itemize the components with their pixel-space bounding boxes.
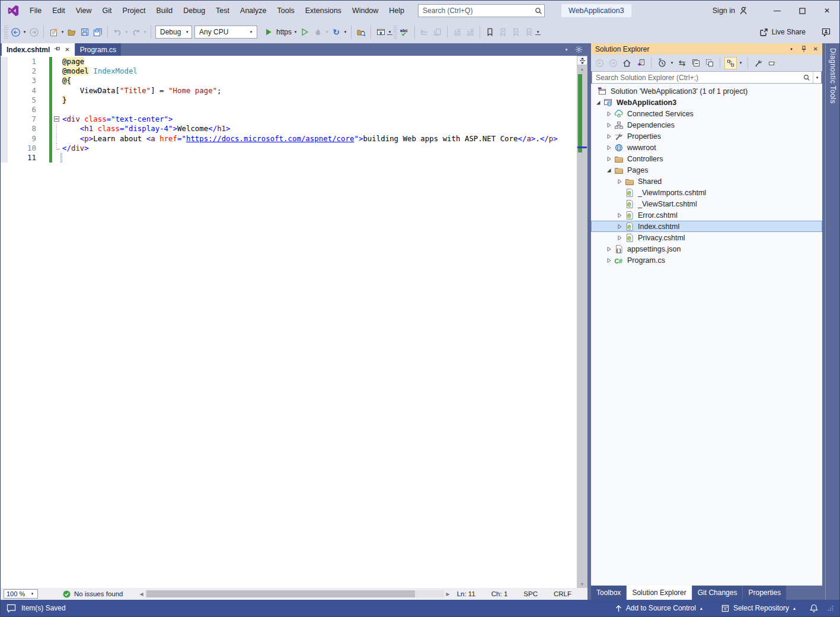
scroll-right-arrow[interactable]: ▶	[444, 591, 452, 597]
toolbar-drag-handle[interactable]	[4, 26, 8, 39]
breakpoint-margin[interactable]	[1, 57, 8, 66]
expander-open-icon[interactable]	[604, 167, 614, 173]
breakpoint-margin[interactable]	[1, 124, 8, 133]
active-files-dropdown[interactable]: ▾	[564, 47, 569, 52]
window-position-dropdown[interactable]: ▾	[789, 47, 794, 52]
navigate-back-button[interactable]	[9, 24, 22, 40]
close-panel-icon[interactable]: ✕	[813, 46, 818, 52]
show-all-files-icon[interactable]	[703, 57, 716, 69]
breakpoint-margin[interactable]	[1, 144, 8, 153]
toolbar-drag-handle[interactable]	[394, 26, 397, 39]
select-repository-button[interactable]: Select Repository ▴	[721, 604, 796, 612]
vertical-scrollbar[interactable]: ▲ ▼	[577, 56, 587, 588]
code-editor[interactable]: 1@page2@model IndexModel3@{4 ViewData["T…	[1, 56, 587, 588]
close-button[interactable]: ✕	[815, 1, 839, 21]
se-forward-icon[interactable]	[607, 57, 619, 69]
health-indicator[interactable]: No issues found	[63, 590, 123, 598]
tree-item-controllers[interactable]: Controllers	[591, 153, 822, 164]
find-in-files-button[interactable]	[354, 24, 368, 40]
code-text[interactable]	[60, 105, 577, 115]
code-text[interactable]: <p>Learn about <a href="https://docs.mic…	[60, 134, 577, 144]
editor-zoom-select[interactable]: 100 %▾	[4, 589, 38, 599]
hot-reload-dropdown[interactable]: ▾	[324, 30, 330, 34]
live-share-button[interactable]: Live Share	[772, 28, 806, 36]
solution-explorer-search[interactable]: ▾	[592, 71, 822, 84]
pin-tab-icon[interactable]	[54, 46, 60, 53]
horizontal-scroll-thumb[interactable]	[146, 590, 415, 597]
menu-file[interactable]: File	[24, 4, 47, 18]
properties-wrench-icon[interactable]	[752, 57, 765, 69]
diagnostic-tools-tab[interactable]: Diagnostic Tools	[829, 48, 837, 104]
tool-tab-solution-explorer[interactable]: Solution Explorer	[627, 586, 691, 600]
vertical-scroll-track[interactable]	[577, 73, 587, 580]
restart-dropdown[interactable]: ▾	[343, 30, 348, 34]
sign-in-button[interactable]: Sign in	[713, 7, 735, 15]
breakpoint-margin[interactable]	[1, 105, 8, 115]
menu-test[interactable]: Test	[210, 4, 235, 18]
expander-closed-icon[interactable]	[615, 224, 624, 230]
start-debug-button[interactable]	[262, 24, 275, 40]
menu-extensions[interactable]: Extensions	[300, 4, 347, 18]
breakpoint-margin[interactable]	[1, 96, 8, 105]
expander-closed-icon[interactable]	[604, 156, 614, 162]
code-line-4[interactable]: 4 ViewData["Title"] = "Home page";	[1, 86, 577, 96]
code-text[interactable]: @{	[60, 76, 577, 85]
navigate-forward-button[interactable]	[27, 24, 40, 40]
code-line-9[interactable]: 9 <p>Learn about <a href="https://docs.m…	[1, 134, 577, 144]
spell-check-button[interactable]: abc	[398, 24, 411, 40]
pin-icon[interactable]	[801, 46, 807, 52]
collapse-all-icon[interactable]	[689, 57, 702, 69]
tree-item-program-cs[interactable]: C#Program.cs	[591, 255, 822, 266]
toolbar-overflow[interactable]: ▾	[387, 30, 392, 35]
code-line-3[interactable]: 3@{	[1, 76, 577, 85]
feedback-bubble-icon[interactable]	[7, 604, 16, 613]
redo-dropdown[interactable]: ▾	[142, 30, 148, 34]
outlining-margin[interactable]	[52, 115, 60, 124]
tree-item-index-cshtml[interactable]: @Index.cshtml	[591, 221, 822, 232]
menu-debug[interactable]: Debug	[178, 4, 210, 18]
code-line-1[interactable]: 1@page	[1, 57, 577, 66]
menu-project[interactable]: Project	[117, 4, 151, 18]
expander-closed-icon[interactable]	[604, 145, 614, 151]
hot-reload-button[interactable]	[311, 24, 324, 40]
horizontal-scrollbar[interactable]: ◀ ▶	[137, 588, 452, 600]
redo-button[interactable]	[129, 24, 142, 40]
horizontal-scroll-track[interactable]	[145, 590, 443, 597]
feedback-icon[interactable]	[821, 27, 831, 37]
breakpoint-margin[interactable]	[1, 76, 8, 85]
undo-button[interactable]	[111, 24, 124, 40]
switch-views-icon[interactable]	[634, 57, 647, 69]
restart-button[interactable]: ↻	[330, 24, 343, 40]
global-search-box[interactable]	[418, 4, 545, 17]
decrease-indent-button[interactable]	[451, 24, 464, 40]
solution-configuration-select[interactable]: Debug▾	[155, 26, 192, 39]
close-tab-icon[interactable]: ✕	[65, 46, 69, 53]
menu-analyze[interactable]: Analyze	[235, 4, 272, 18]
next-bookmark-button[interactable]	[509, 24, 522, 40]
debug-profile-dropdown[interactable]: ▾	[293, 30, 298, 34]
add-to-source-control-button[interactable]: Add to Source Control ▴	[615, 604, 702, 612]
save-button[interactable]	[78, 24, 91, 40]
expander-closed-icon[interactable]	[615, 212, 624, 218]
tree-item-wwwroot[interactable]: wwwroot	[591, 142, 822, 153]
expander-closed-icon[interactable]	[604, 133, 614, 139]
solution-platform-select[interactable]: Any CPU▾	[194, 26, 257, 39]
expander-closed-icon[interactable]	[604, 122, 614, 128]
code-line-2[interactable]: 2@model IndexModel	[1, 66, 577, 76]
menu-git[interactable]: Git	[97, 4, 117, 18]
clear-bookmarks-button[interactable]	[522, 24, 535, 40]
tree-item-viewstart-cshtml[interactable]: @_ViewStart.cshtml	[591, 198, 822, 209]
menu-view[interactable]: View	[71, 4, 97, 18]
sync-selection-icon[interactable]: ⇆	[676, 57, 688, 69]
expander-closed-icon[interactable]	[615, 235, 624, 241]
code-text[interactable]: @model IndexModel	[60, 66, 577, 76]
expander-open-icon[interactable]	[593, 100, 603, 106]
minimize-button[interactable]: —	[765, 1, 790, 21]
code-text[interactable]: ViewData["Title"] = "Home page";	[60, 86, 577, 96]
tree-item-error-cshtml[interactable]: @Error.cshtml	[591, 209, 822, 221]
scroll-left-arrow[interactable]: ◀	[137, 591, 145, 597]
global-search-input[interactable]	[419, 7, 532, 15]
undo-dropdown[interactable]: ▾	[124, 30, 129, 34]
bookmarks-overflow[interactable]: ▾	[535, 30, 541, 35]
menu-window[interactable]: Window	[347, 4, 384, 18]
